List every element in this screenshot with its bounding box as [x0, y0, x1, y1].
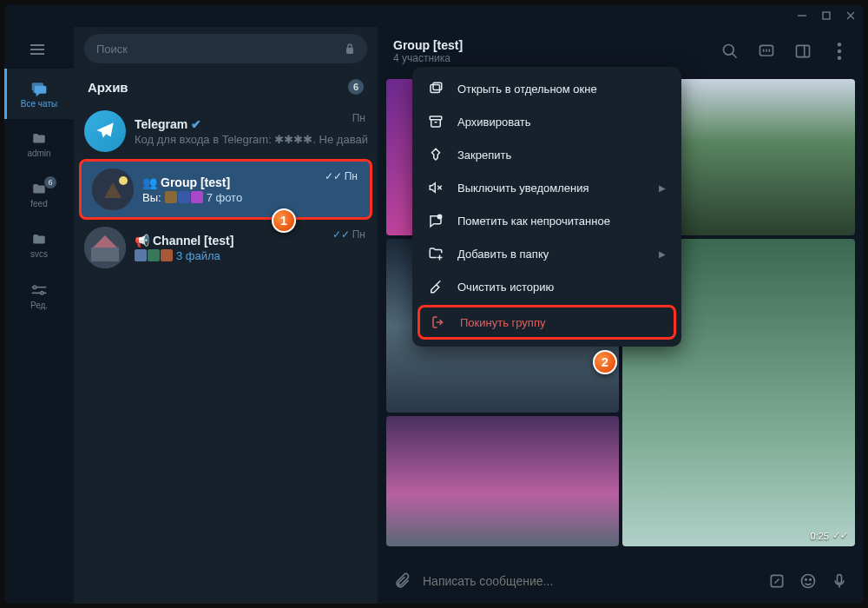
svg-rect-36: [838, 575, 842, 584]
svg-point-35: [810, 579, 812, 581]
menu-archive[interactable]: Архивировать: [412, 105, 681, 138]
chat-title: Group [test]: [161, 175, 230, 189]
folder-feed[interactable]: feed 6: [4, 169, 74, 220]
checks-icon: ✓✓: [325, 170, 342, 182]
channel-icon: 📢: [135, 234, 149, 248]
folder-label: feed: [30, 199, 47, 208]
folder-svcs[interactable]: svcs: [4, 220, 74, 270]
svg-rect-39: [433, 83, 442, 89]
svg-rect-18: [91, 248, 119, 261]
menu-button[interactable]: [4, 30, 74, 69]
menu-open-separate[interactable]: Открыть в отдельном окне: [412, 72, 681, 105]
chat-telegram[interactable]: Telegram ✔ Код для входа в Telegram: ✱✱✱…: [74, 103, 378, 159]
popup-icon: [428, 81, 444, 96]
close-icon[interactable]: [845, 10, 857, 22]
commands-icon[interactable]: [768, 572, 786, 590]
chat-group-test[interactable]: 👥 Group [test] Вы: 7 фото ✓✓ Пн: [79, 159, 372, 220]
folder-label: admin: [27, 149, 50, 158]
search-icon[interactable]: [721, 43, 739, 60]
chats-icon: [30, 80, 49, 97]
thumbnails: [135, 249, 173, 261]
checks-icon: ✓✓: [332, 228, 350, 241]
chat-title: Telegram: [135, 117, 187, 131]
svg-rect-26: [797, 45, 810, 56]
svg-line-32: [775, 579, 779, 584]
chevron-right-icon: ▶: [659, 249, 666, 259]
titlebar: [4, 4, 864, 27]
annotation-marker-1: 1: [272, 208, 296, 233]
group-icon: 👥: [142, 175, 157, 189]
folder-label: Ред.: [30, 301, 48, 310]
menu-label: Покинуть группу: [460, 316, 545, 329]
folder-icon: [30, 131, 49, 147]
chat-you: Вы:: [142, 191, 161, 204]
app-window: Все чаты admin feed 6 svcs Ред.: [4, 4, 864, 604]
settings-icon: [30, 281, 48, 299]
message-input[interactable]: [423, 574, 756, 588]
archive-label: Архив: [88, 80, 128, 95]
menu-add-folder[interactable]: Добавить в папку ▶: [412, 237, 681, 270]
svg-point-28: [838, 43, 841, 46]
annotation-marker-2: 2: [593, 350, 617, 374]
menu-label: Выключить уведомления: [457, 182, 589, 195]
svg-point-20: [724, 45, 734, 56]
group-name: Group [test]: [393, 38, 463, 52]
maximize-icon[interactable]: [820, 10, 832, 22]
search-input[interactable]: Поиск: [84, 34, 367, 63]
svg-point-34: [806, 579, 807, 581]
chat-time: Пн: [352, 112, 365, 124]
comments-icon[interactable]: [758, 43, 775, 60]
video-duration: 0:25: [811, 531, 829, 541]
archive-icon: [428, 114, 444, 129]
mute-icon: [428, 180, 444, 195]
verified-icon: ✔: [191, 117, 201, 131]
unread-icon: [428, 213, 444, 228]
chat-title-block[interactable]: Group [test] 4 участника: [393, 38, 463, 64]
svg-point-29: [838, 50, 841, 53]
menu-label: Закрепить: [457, 149, 511, 162]
minimize-icon[interactable]: [796, 10, 808, 22]
folder-icon: [30, 232, 49, 248]
menu-mark-unread[interactable]: Пометить как непрочитанное: [412, 204, 681, 237]
menu-label: Очистить историю: [457, 281, 554, 294]
svg-rect-40: [430, 116, 442, 120]
svg-rect-13: [346, 48, 353, 54]
chat-channel-test[interactable]: 📢 Channel [test] 3 файла ✓✓ Пн: [74, 220, 378, 275]
broom-icon: [428, 279, 444, 294]
chat-time: Пн: [352, 228, 365, 241]
message-composer: [378, 558, 864, 604]
chevron-right-icon: ▶: [659, 183, 666, 193]
avatar: [92, 169, 134, 210]
menu-leave-group[interactable]: Покинуть группу: [418, 305, 676, 340]
emoji-icon[interactable]: [799, 572, 817, 590]
group-subtitle: 4 участника: [393, 52, 463, 64]
more-icon[interactable]: [831, 43, 848, 60]
svg-line-21: [733, 54, 737, 58]
search-placeholder: Поиск: [96, 43, 128, 56]
menu-clear-history[interactable]: Очистить историю: [412, 270, 681, 303]
chat-preview: Код для входа в Telegram: ✱✱✱✱. Не давай…: [135, 133, 367, 146]
menu-pin[interactable]: Закрепить: [412, 138, 681, 171]
menu-label: Добавить в папку: [457, 248, 549, 261]
voice-icon[interactable]: [831, 572, 848, 590]
archive-count: 6: [348, 79, 364, 95]
folder-admin[interactable]: admin: [4, 119, 74, 169]
folder-add-icon: [428, 246, 444, 261]
pin-icon: [428, 147, 444, 162]
menu-label: Пометить как непрочитанное: [457, 215, 610, 228]
chat-time: Пн: [345, 170, 358, 182]
sidebar-icon[interactable]: [794, 43, 812, 60]
folder-all-chats[interactable]: Все чаты: [4, 69, 74, 119]
chat-title: Channel [test]: [153, 234, 233, 248]
menu-mute[interactable]: Выключить уведомления ▶: [412, 171, 681, 204]
avatar: [84, 110, 126, 152]
chat-list: Поиск Архив 6 Telegram ✔ Код для входа в…: [74, 27, 378, 604]
svg-point-7: [33, 286, 36, 288]
folder-label: Все чаты: [21, 99, 57, 109]
archive-header[interactable]: Архив 6: [74, 70, 378, 103]
folder-edit[interactable]: Ред.: [4, 270, 74, 321]
svg-rect-38: [431, 85, 440, 93]
chat-suffix: 7 фото: [207, 191, 243, 204]
attach-icon[interactable]: [393, 572, 411, 590]
media-tile[interactable]: [386, 416, 619, 546]
